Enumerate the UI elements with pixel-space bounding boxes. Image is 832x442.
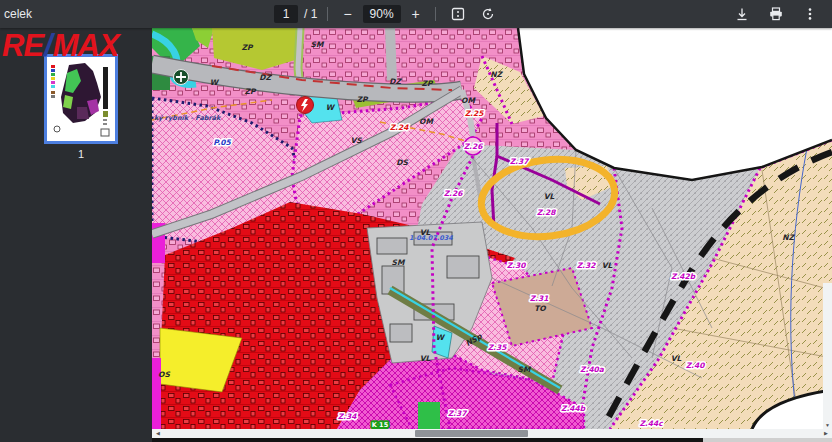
area-label-om: OM	[419, 117, 434, 126]
download-icon	[735, 7, 749, 21]
area-label-zp: ZP	[422, 79, 434, 88]
document-title: celek	[4, 7, 32, 21]
area-label-zp: ZP	[357, 95, 369, 104]
stream-name-label: ký rybník - Fabrák	[154, 114, 222, 122]
zone-label-z44c: Z.44c	[639, 419, 663, 428]
zone-label-p05: P.05	[213, 138, 231, 147]
area-label-nz: NZ	[782, 233, 795, 242]
area-label-sm: SM	[518, 365, 532, 374]
rotate-counterclockwise-icon	[481, 7, 495, 21]
remax-logo-slash: /	[43, 28, 53, 63]
zone-label-z28: Z.28	[537, 208, 557, 217]
toolbar-divider	[327, 7, 328, 21]
more-options-icon	[803, 7, 817, 21]
pdf-viewer-window: celek 1 / 1 − 90% +	[0, 0, 832, 442]
rotate-button[interactable]	[476, 4, 500, 24]
scroll-right-arrow[interactable]: ▶	[820, 429, 832, 438]
toolbar-divider	[435, 7, 436, 21]
zone-label-z40a: Z.40a	[580, 365, 605, 374]
zone-label-z25: Z.25	[465, 109, 485, 118]
page-number-input[interactable]: 1	[274, 5, 298, 23]
print-button[interactable]	[764, 4, 788, 24]
zone-label-z44b: Z.44b	[561, 404, 586, 413]
horizontal-scrollbar[interactable]: ◀ ▶	[152, 429, 832, 438]
remax-logo-re: RE	[2, 28, 43, 63]
zoom-in-button[interactable]: +	[407, 4, 425, 24]
zone-label-z35: Z.35	[488, 343, 508, 352]
area-label-vl: VL	[602, 261, 613, 270]
power-station-marker	[297, 97, 314, 114]
thumbnail-sidebar: 1	[0, 28, 152, 442]
area-label-vs: VS	[350, 136, 362, 145]
page-count-label: / 1	[304, 7, 317, 21]
fit-page-button[interactable]	[446, 4, 470, 24]
zone-label-z26: Z.26	[444, 189, 464, 198]
church-marker	[174, 70, 189, 85]
page-bottom-edge	[152, 438, 832, 442]
area-label-dz: DZ	[389, 77, 402, 86]
area-label-sm: SM	[392, 258, 406, 267]
area-label-os: OS	[158, 370, 170, 379]
area-label-ds: DS	[396, 158, 408, 167]
page-thumbnail-image	[47, 57, 115, 141]
zone-label-z26: Z.26	[464, 142, 484, 151]
area-label-vl: VL	[420, 354, 431, 363]
area-label-zp: ZP	[242, 43, 254, 52]
zoning-map-page: ZP ZP ZP ZP SM SM SM DZ DZ W W W NZ NZ V…	[152, 28, 832, 429]
area-label-vl: VL	[544, 192, 555, 201]
scroll-left-arrow[interactable]: ◀	[152, 429, 164, 438]
more-options-button[interactable]	[798, 4, 822, 24]
horizontal-scroll-thumb[interactable]	[415, 430, 528, 437]
area-label-to: TO	[534, 304, 547, 313]
zone-label-z37: Z.37	[448, 409, 468, 418]
zoom-level-input[interactable]: 90%	[363, 5, 401, 23]
area-label-zp: ZP	[245, 87, 257, 96]
zoom-out-button[interactable]: −	[338, 4, 356, 24]
zone-label-z40: Z.40	[686, 361, 706, 370]
area-label-sm: SM	[311, 40, 325, 49]
area-label-vl: VL	[671, 354, 682, 363]
vertical-scrollbar[interactable]: ▼	[823, 283, 832, 429]
document-viewport[interactable]: ZP ZP ZP ZP SM SM SM DZ DZ W W W NZ NZ V…	[152, 28, 832, 442]
area-label-dz: DZ	[259, 73, 272, 82]
scroll-down-arrow[interactable]: ▼	[823, 422, 832, 428]
zone-label-k15: K 15	[372, 421, 389, 429]
thumbnail-page-number: 1	[0, 148, 162, 160]
page-thumbnail[interactable]	[47, 57, 115, 141]
parcel-reference-label: 1-04.07.034	[409, 234, 453, 242]
remax-logo-max: MAX	[53, 28, 119, 63]
zone-label-z42b: Z.42b	[671, 272, 696, 281]
fit-to-page-icon	[451, 7, 465, 21]
horizontal-scroll-track[interactable]	[164, 429, 820, 438]
zone-label-z31: Z.31	[530, 294, 549, 303]
print-icon	[769, 7, 783, 21]
remax-logo: RE/MAX	[2, 30, 119, 61]
area-label-nz: NZ	[490, 70, 503, 79]
zone-label-z30: Z.30	[507, 261, 527, 270]
download-button[interactable]	[730, 4, 754, 24]
zone-label-z24: Z.24	[390, 123, 410, 132]
zone-label-z37: Z.37	[510, 157, 530, 166]
zone-label-z32: Z.32	[577, 261, 597, 270]
area-label-om: OM	[461, 96, 476, 105]
pdf-toolbar: celek 1 / 1 − 90% +	[0, 0, 832, 28]
zone-label-z34: Z.34	[338, 412, 358, 421]
